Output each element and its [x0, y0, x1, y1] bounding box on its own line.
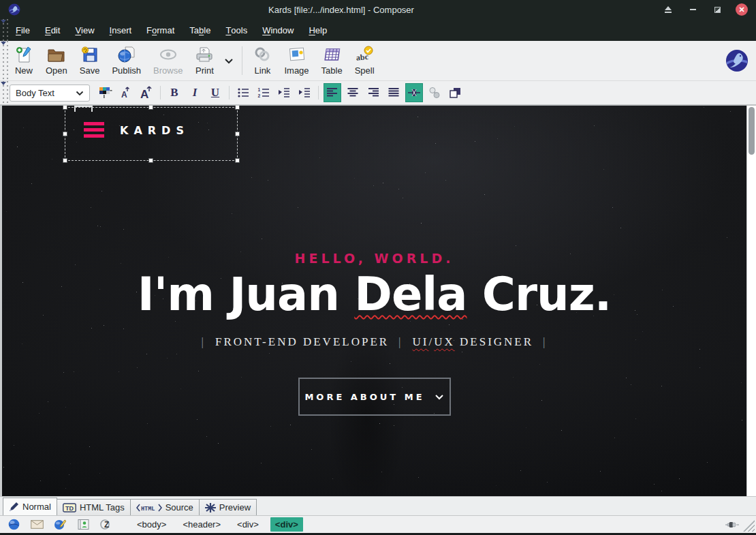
selection-handle-middle-right[interactable]: [235, 132, 240, 136]
navigator-icon[interactable]: [7, 518, 20, 532]
editor-canvas-wrap: KARDS HELLO, WORLD. I'm Juan Dela Cruz. …: [0, 105, 756, 496]
menu-insert[interactable]: Insert: [102, 19, 140, 41]
link-button[interactable]: Link: [247, 41, 278, 80]
justify-icon: [388, 87, 400, 98]
increase-font-size-button[interactable]: A: [138, 83, 155, 102]
tab-source[interactable]: HTML Source: [130, 499, 200, 515]
ungroup-button[interactable]: [426, 83, 443, 102]
selection-handle-bottom-middle[interactable]: [148, 158, 153, 163]
mail-icon[interactable]: [30, 518, 44, 532]
italic-button[interactable]: I: [186, 83, 204, 102]
window-title: Kards [file:/.../index.html] - Composer: [20, 5, 662, 15]
paragraph-style-select[interactable]: Body Text: [10, 85, 90, 102]
spell-button[interactable]: abc Spell: [349, 41, 381, 80]
greeting-text[interactable]: HELLO, WORLD.: [2, 251, 746, 266]
tab-html-tags[interactable]: TD HTML Tags: [57, 499, 131, 515]
text-color-swatch-button[interactable]: [97, 83, 114, 102]
indent-icon: [298, 87, 311, 98]
menu-edit[interactable]: Edit: [37, 19, 67, 41]
chatzilla-icon[interactable]: Z: [99, 518, 113, 532]
toolbar-overflow-button[interactable]: [220, 41, 238, 80]
layer-button[interactable]: [446, 83, 464, 102]
selection-handle-top-middle[interactable]: [148, 106, 153, 110]
underline-button[interactable]: U: [206, 83, 224, 102]
chevron-down-icon: [76, 88, 84, 98]
vertical-scrollbar[interactable]: [746, 106, 756, 496]
menu-table[interactable]: Table: [182, 19, 218, 41]
table-button[interactable]: Table: [315, 41, 349, 80]
selection-handle-bottom-left[interactable]: [63, 158, 67, 163]
absolute-position-button[interactable]: [405, 83, 423, 102]
link-chain-icon: [253, 46, 272, 64]
indent-button[interactable]: [296, 83, 313, 102]
svg-text:2: 2: [258, 93, 261, 98]
selection-handle-top-right[interactable]: [235, 106, 240, 110]
new-button[interactable]: New: [8, 41, 40, 80]
menubar-grippy[interactable]: [0, 19, 8, 41]
preview-burst-icon: [205, 503, 216, 513]
editor-canvas[interactable]: KARDS HELLO, WORLD. I'm Juan Dela Cruz. …: [0, 106, 746, 496]
tag-badge-icon: TD: [63, 503, 76, 513]
format-separator: [160, 86, 161, 100]
bold-button[interactable]: B: [166, 83, 183, 102]
align-center-button[interactable]: [344, 83, 362, 102]
format-toolbar: Body Text A A B: [0, 81, 756, 105]
menu-window[interactable]: Window: [255, 19, 301, 41]
main-toolbar-grippy[interactable]: [0, 41, 8, 80]
composer-icon[interactable]: [53, 518, 67, 532]
absolute-position-icon: [407, 87, 421, 98]
align-right-icon: [367, 87, 379, 98]
hamburger-menu-icon[interactable]: [84, 122, 104, 140]
justify-button[interactable]: [385, 83, 403, 102]
align-left-button[interactable]: [324, 83, 341, 102]
new-document-icon: [14, 46, 33, 64]
align-right-button[interactable]: [364, 83, 382, 102]
menu-tools[interactable]: Tools: [218, 19, 255, 41]
menu-view[interactable]: View: [67, 19, 101, 41]
selection-handle-top-left[interactable]: [63, 106, 67, 110]
menu-file[interactable]: File: [8, 19, 37, 41]
selected-header-div[interactable]: KARDS: [65, 107, 238, 161]
outdent-button[interactable]: [275, 83, 293, 102]
maximize-button[interactable]: [711, 3, 723, 16]
save-button[interactable]: Save: [74, 41, 106, 80]
browse-button[interactable]: Browse: [147, 41, 189, 80]
decrease-font-size-button[interactable]: A: [117, 83, 135, 102]
seamonkey-logo[interactable]: [725, 41, 749, 80]
breadcrumb-header[interactable]: <header>: [178, 517, 225, 532]
publish-button[interactable]: Publish: [106, 41, 147, 80]
selection-handle-bottom-right[interactable]: [235, 158, 240, 163]
svg-text:1: 1: [258, 87, 261, 92]
minimize-button[interactable]: [687, 3, 699, 16]
format-toolbar-grippy[interactable]: [0, 81, 8, 104]
selection-handle-middle-left[interactable]: [63, 132, 67, 136]
close-button[interactable]: ✕: [736, 3, 748, 16]
shade-button[interactable]: [662, 3, 674, 16]
image-photo-icon: [287, 46, 306, 64]
plug-icon[interactable]: [725, 518, 739, 532]
site-logo-text[interactable]: KARDS: [120, 124, 189, 137]
format-separator: [229, 86, 230, 100]
numbered-list-button[interactable]: 1 2: [255, 83, 272, 102]
breadcrumb-div[interactable]: <div>: [232, 517, 264, 532]
print-button[interactable]: Print: [189, 41, 220, 80]
menubar: File Edit View Insert Format Table Tools…: [0, 19, 756, 41]
tab-preview[interactable]: Preview: [199, 499, 257, 515]
menu-format[interactable]: Format: [139, 19, 182, 41]
scrollbar-thumb[interactable]: [749, 107, 755, 155]
hero-subtitle[interactable]: |FRONT-END DEVELOPER|UI/UX DESIGNER|: [2, 335, 746, 349]
save-floppy-icon: [80, 46, 99, 64]
address-book-icon[interactable]: [76, 518, 90, 532]
open-button[interactable]: Open: [40, 41, 74, 80]
breadcrumb-body[interactable]: <body>: [132, 517, 171, 532]
tab-normal[interactable]: Normal: [3, 498, 57, 515]
breadcrumb-div-active[interactable]: <div>: [270, 517, 303, 532]
more-about-me-button[interactable]: MORE ABOUT ME: [298, 378, 451, 416]
edit-mode-tabs: Normal TD HTML Tags HTML Source Preview: [0, 496, 756, 515]
menu-help[interactable]: Help: [301, 19, 334, 41]
image-button[interactable]: Image: [278, 41, 315, 80]
spell-check-icon: abc: [355, 46, 374, 64]
window-resize-grip[interactable]: [743, 520, 755, 532]
bulleted-list-button[interactable]: [234, 83, 252, 102]
hero-heading[interactable]: I'm Juan Dela Cruz.: [2, 268, 746, 321]
